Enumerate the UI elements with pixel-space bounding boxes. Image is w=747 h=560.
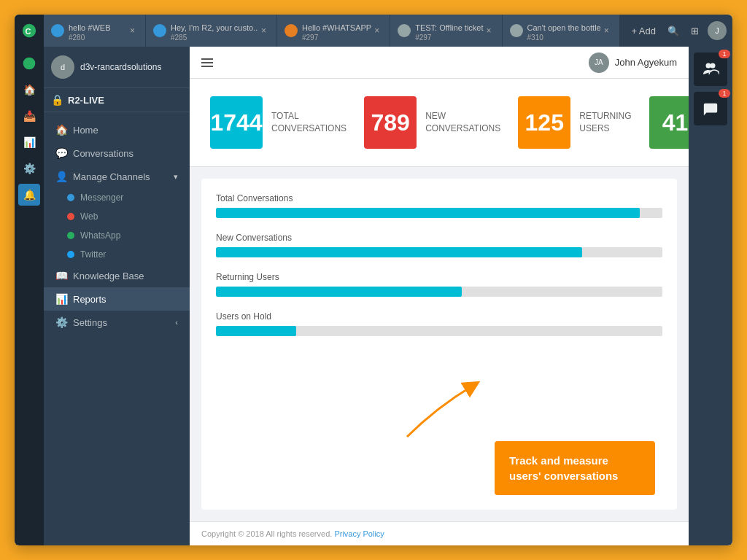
tab-close-1[interactable]: ×: [127, 24, 138, 37]
tab-close-2[interactable]: ×: [258, 24, 269, 37]
chart-bar-total: [216, 208, 640, 218]
right-panel-team-badge: 1: [719, 50, 730, 58]
tab-hello-web[interactable]: hello #WEB #280 ×: [44, 15, 146, 47]
callout-text: Track and measure users' conversations: [509, 454, 618, 482]
hamburger-line-3: [201, 66, 213, 67]
right-panel-chat-button[interactable]: 1: [694, 92, 727, 125]
whatsapp-dot: [67, 232, 74, 239]
chart-label-returning: Returning Users: [216, 272, 662, 282]
hamburger-line-1: [201, 58, 213, 60]
sidebar-menu: 🏠 Home 💬 Conversations 👤 Manage Channels…: [44, 112, 190, 545]
tab-icon-4: [398, 24, 411, 37]
chart-label-total: Total Conversations: [216, 193, 662, 203]
hamburger-button[interactable]: [201, 56, 213, 69]
user-info-header: JA John Agyekum: [589, 52, 677, 73]
tabs-container: hello #WEB #280 × Hey, I'm R2, your cust…: [44, 15, 622, 47]
icon-bar-settings[interactable]: ⚙️: [18, 158, 40, 179]
sidebar-manage-channels-label: Manage Channels: [73, 171, 150, 182]
chart-bar-new: [216, 247, 582, 257]
icon-bar-notifications[interactable]: 🔔: [18, 184, 40, 206]
sidebar-user: d d3v-rancardsolutions: [44, 47, 190, 88]
add-tab-button[interactable]: + Add: [628, 23, 659, 39]
tab-bottle[interactable]: Can't open the bottle #310 ×: [503, 15, 620, 47]
chart-label-new: New Conversations: [216, 233, 662, 243]
settings-icon: ⚙️: [55, 316, 67, 328]
right-panel-chat-badge: 1: [719, 89, 730, 98]
tab-num-4: #297: [415, 34, 483, 42]
chart-row-new: New Conversations: [216, 233, 662, 257]
tab-close-5[interactable]: ×: [601, 24, 612, 37]
tab-icon-2: [153, 24, 166, 37]
sidebar-item-web[interactable]: Web: [55, 207, 190, 226]
stat-card-total: 1744 TOTALCONVERSATIONS: [201, 90, 355, 155]
chart-bar-bg-hold: [216, 326, 662, 336]
tab-title-4: TEST: Offline ticket: [415, 23, 483, 32]
callout-box: Track and measure users' conversations: [495, 441, 655, 495]
tab-bar-avatar[interactable]: J: [708, 21, 727, 40]
sidebar-item-settings[interactable]: ⚙️ Settings ‹: [44, 311, 190, 334]
tab-close-3[interactable]: ×: [371, 24, 382, 37]
tab-num-3: #297: [302, 34, 371, 42]
chart-bar-bg-returning: [216, 287, 662, 297]
web-dot: [67, 213, 74, 220]
sidebar-username: d3v-rancardsolutions: [80, 62, 161, 72]
stat-label-new: NEWCONVERSATIONS: [425, 110, 500, 135]
tab-offline[interactable]: TEST: Offline ticket #297 ×: [390, 15, 502, 47]
privacy-policy-link[interactable]: Privacy Policy: [334, 529, 384, 538]
sidebar-twitter-label: Twitter: [80, 249, 106, 260]
sidebar-item-conversations-label: Conversations: [73, 148, 133, 159]
chart-row-returning: Returning Users: [216, 272, 662, 297]
tab-close-4[interactable]: ×: [484, 24, 495, 37]
sidebar-section-channels[interactable]: 👤 Manage Channels ▾: [44, 165, 190, 188]
tab-r2[interactable]: Hey, I'm R2, your custo... #285 ×: [146, 15, 277, 47]
sidebar-item-reports[interactable]: 📊 Reports: [44, 287, 190, 311]
search-icon[interactable]: 🔍: [665, 23, 682, 39]
tab-whatsapp[interactable]: Hello #WHATSAPP #297 ×: [277, 15, 390, 47]
icon-bar-home[interactable]: 🏠: [18, 79, 40, 101]
main-layout: 🏠 📥 📊 ⚙️ 🔔 d d3v-rancardsolutions 🔒 R2-L…: [15, 47, 732, 545]
svg-text:C: C: [26, 27, 31, 36]
hamburger-line-2: [201, 62, 213, 63]
tab-actions: + Add 🔍 ⊞ J: [622, 21, 732, 40]
stat-number-hold: 41: [649, 96, 689, 149]
icon-bar-logo: [18, 52, 40, 74]
icon-bar-reports[interactable]: 📊: [18, 131, 40, 153]
sidebar-item-messenger[interactable]: Messenger: [55, 188, 190, 207]
svg-point-4: [711, 63, 716, 69]
stats-row: 1744 TOTALCONVERSATIONS 789 NEWCONVERSAT…: [190, 79, 689, 167]
right-panel-team-button[interactable]: 1: [694, 52, 727, 86]
sidebar-breadcrumb: 🔒 R2-LIVE: [44, 88, 190, 112]
svg-point-2: [23, 58, 36, 70]
tab-title-1: hello #WEB: [69, 23, 110, 32]
settings-chevron-icon: ‹: [175, 318, 178, 327]
breadcrumb-text: R2-LIVE: [68, 95, 104, 106]
chart-bar-returning: [216, 287, 462, 297]
stat-label-returning: RETURNINGUSERS: [579, 110, 631, 135]
sidebar-item-knowledge-base[interactable]: 📖 Knowledge Base: [44, 264, 190, 287]
stat-number-returning: 125: [518, 96, 570, 149]
icon-bar-inbox[interactable]: 📥: [18, 105, 40, 127]
stat-number-total: 1744: [210, 96, 263, 149]
sidebar-whatsapp-label: WhatsApp: [80, 230, 120, 241]
grid-icon[interactable]: ⊞: [688, 23, 702, 39]
channels-icon: 👤: [55, 171, 67, 182]
sidebar-knowledge-base-label: Knowledge Base: [73, 271, 144, 281]
sidebar-reports-label: Reports: [73, 294, 107, 305]
tab-title-3: Hello #WHATSAPP: [302, 23, 371, 32]
lock-icon: 🔒: [51, 94, 63, 106]
sidebar-item-twitter[interactable]: Twitter: [55, 245, 190, 264]
stat-card-new: 789 NEWCONVERSATIONS: [355, 90, 509, 155]
chart-bar-bg-new: [216, 247, 662, 257]
chart-row-hold: Users on Hold: [216, 311, 662, 336]
sidebar-item-conversations[interactable]: 💬 Conversations: [44, 141, 190, 165]
right-panel: 1 1: [689, 47, 732, 545]
conversations-icon: 💬: [55, 147, 67, 159]
app-logo: C: [15, 15, 44, 47]
sidebar-settings-label: Settings: [73, 317, 107, 328]
sidebar-item-home[interactable]: 🏠 Home: [44, 118, 190, 141]
tab-bar: C hello #WEB #280 × Hey, I'm R2, your cu…: [15, 15, 732, 47]
sidebar: d d3v-rancardsolutions 🔒 R2-LIVE 🏠 Home …: [44, 47, 190, 545]
stat-label-total: TOTALCONVERSATIONS: [271, 110, 347, 135]
sidebar-item-whatsapp[interactable]: WhatsApp: [55, 226, 190, 245]
sidebar-avatar: d: [51, 55, 74, 79]
